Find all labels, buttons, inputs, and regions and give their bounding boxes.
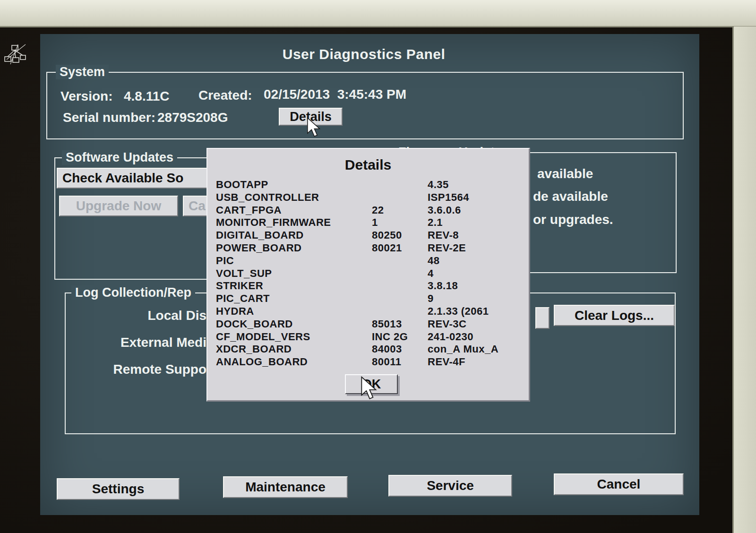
details-cell-c3: ISP1564: [428, 191, 469, 204]
log-row-label-remote: Remote Suppo: [113, 362, 206, 377]
details-cell-c2: 85013: [372, 318, 402, 330]
details-cell-c2: 80011: [372, 356, 401, 368]
details-cell-c3: 2.1: [428, 216, 443, 229]
details-row: DOCK_BOARD85013REV-3C: [207, 318, 529, 331]
details-cell-c2: 80250: [372, 229, 402, 241]
details-row: CF_MODEL_VERSINC 2G241-0230: [207, 331, 529, 344]
details-cell-c3: 4: [428, 267, 434, 280]
created-value: 02/15/2013 3:45:43 PM: [264, 87, 406, 102]
firmware-status-line: de available: [533, 189, 608, 204]
maintenance-button[interactable]: Maintenance: [223, 476, 348, 498]
details-row: HYDRA2.1.33 (2061: [207, 305, 529, 318]
details-cell-c2: 1: [372, 216, 378, 229]
system-group-label: System: [56, 65, 109, 79]
details-cell-name: USB_CONTROLLER: [216, 191, 319, 204]
details-row: STRIKER3.8.18: [207, 280, 529, 292]
details-cell-c3: REV-4F: [428, 356, 465, 368]
page-title: User Diagnostics Panel: [208, 46, 520, 62]
serial-value: 2879S208G: [157, 110, 228, 125]
log-row-label-external: External Medi: [120, 335, 206, 350]
clear-logs-button[interactable]: Clear Logs...: [554, 305, 675, 326]
details-row: XDCR_BOARD84003con_A Mux_A: [207, 343, 529, 356]
serial-label: Serial number:: [63, 110, 155, 125]
details-row: ANALOG_BOARD80011REV-4F: [207, 356, 529, 369]
version-label: Version:: [60, 89, 112, 104]
details-cell-c2: 84003: [372, 343, 402, 355]
details-cell-c3: 48: [428, 255, 439, 267]
upgrade-now-button[interactable]: Upgrade Now: [59, 196, 178, 216]
details-row: DIGITAL_BOARD80250REV-8: [207, 229, 529, 242]
details-row: CART_FPGA223.6.0.6: [207, 204, 529, 217]
details-cell-c3: 2.1.33 (2061: [428, 305, 489, 318]
system-group: System: [46, 72, 684, 139]
details-cell-c3: REV-8: [428, 229, 459, 241]
cancel-button[interactable]: Cancel: [554, 473, 684, 495]
details-cell-name: MONITOR_FIRMWARE: [216, 216, 331, 229]
monitor-bezel-right: [732, 26, 756, 533]
details-cell-name: POWER_BOARD: [216, 242, 302, 254]
details-cell-name: CF_MODEL_VERS: [216, 331, 310, 343]
details-cell-name: ANALOG_BOARD: [216, 356, 308, 368]
details-row: MONITOR_FIRMWARE12.1: [207, 216, 529, 229]
dialog-title: Details: [207, 157, 529, 173]
details-cell-c3: 9: [428, 292, 434, 305]
version-value: 4.8.11C: [124, 89, 170, 104]
details-cell-c2: INC 2G: [372, 331, 408, 343]
details-row: BOOTAPP4.35: [207, 179, 529, 191]
details-row: PIC_CART9: [207, 292, 529, 305]
screen-corner-logo-icon: [4, 43, 26, 67]
cursor-arrow-icon: [360, 376, 379, 401]
software-updates-group-label: Software Updates: [62, 150, 177, 165]
service-button[interactable]: Service: [388, 475, 512, 497]
details-cell-name: BOOTAPP: [216, 179, 268, 191]
details-cell-c3: 3.6.0.6: [428, 204, 461, 216]
details-dialog: Details BOOTAPP4.35USB_CONTROLLERISP1564…: [206, 148, 530, 402]
created-label: Created:: [198, 88, 252, 103]
details-row: USB_CONTROLLERISP1564: [207, 191, 529, 204]
details-cell-name: VOLT_SUP: [216, 267, 272, 280]
log-row-label-local: Local Dis: [148, 308, 206, 323]
cursor-arrow-icon: [306, 117, 322, 138]
monitor-bezel-top: [0, 0, 756, 27]
details-cell-c3: con_A Mux_A: [428, 343, 498, 355]
log-collection-group-label: Log Collection/Rep: [71, 285, 195, 300]
details-row: VOLT_SUP4: [207, 267, 529, 280]
details-cell-name: STRIKER: [216, 280, 263, 292]
details-cell-c3: 4.35: [428, 179, 449, 191]
details-cell-name: HYDRA: [216, 305, 254, 318]
firmware-status-line: available: [537, 166, 593, 181]
details-table: BOOTAPP4.35USB_CONTROLLERISP1564CART_FPG…: [207, 179, 529, 369]
partially-hidden-button[interactable]: [535, 307, 550, 329]
details-cell-name: PIC: [216, 255, 234, 267]
details-cell-name: DOCK_BOARD: [216, 318, 293, 330]
details-cell-c3: REV-2E: [428, 242, 466, 254]
details-row: POWER_BOARD80021REV-2E: [207, 242, 529, 255]
details-cell-c3: 241-0230: [428, 331, 473, 343]
details-cell-c2: 80021: [372, 242, 402, 254]
details-cell-c3: REV-3C: [428, 318, 466, 330]
details-cell-name: DIGITAL_BOARD: [216, 229, 304, 241]
firmware-status-line: or upgrades.: [533, 212, 613, 227]
details-cell-name: PIC_CART: [216, 292, 270, 305]
details-cell-c3: 3.8.18: [428, 280, 458, 292]
details-cell-name: CART_FPGA: [216, 204, 282, 216]
details-cell-c2: 22: [372, 204, 384, 216]
settings-button[interactable]: Settings: [57, 478, 180, 500]
details-cell-name: XDCR_BOARD: [216, 343, 292, 355]
details-row: PIC48: [207, 255, 529, 267]
